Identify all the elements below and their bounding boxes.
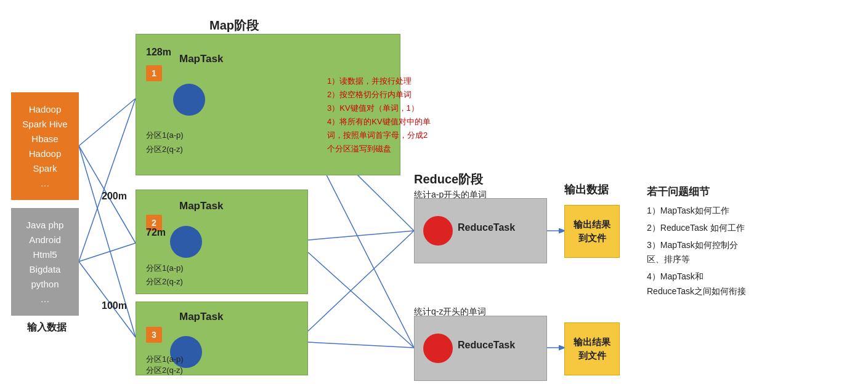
annotation-text: 1）读数据，并按行处理 2）按空格切分行内单词 3）KV键值对（单词，1） 4）… bbox=[327, 74, 530, 156]
svg-line-9 bbox=[308, 252, 414, 348]
anno-1: 1）读数据，并按行处理 bbox=[327, 74, 530, 88]
notes-section: 若干问题细节 1）MapTask如何工作 2）ReduceTask 如何工作 3… bbox=[647, 185, 856, 302]
blue-circle-2 bbox=[170, 226, 202, 258]
partition2-1: 分区2(q-z) bbox=[146, 144, 183, 155]
svg-line-0 bbox=[79, 98, 136, 146]
size-label-2b: 72m bbox=[146, 227, 166, 238]
svg-line-3 bbox=[79, 98, 136, 262]
partition2-2: 分区2(q-z) bbox=[146, 276, 183, 287]
map-stage-title: Map阶段 bbox=[209, 17, 259, 34]
reducetask-text-1: ReduceTask bbox=[458, 222, 515, 233]
output-text-2: 输出结果到文件 bbox=[574, 335, 610, 363]
size-label-1: 128m bbox=[146, 47, 171, 58]
anno-3: 3）KV键值对（单词，1） bbox=[327, 102, 530, 115]
input-orange-content: Hadoop Spark Hive Hbase Hadoop Spark … bbox=[22, 102, 67, 191]
anno-4: 4）将所有的KV键值对中的单词，按照单词首字母，分成2个分区溢写到磁盘 bbox=[327, 115, 530, 156]
badge-3: 3 bbox=[146, 327, 162, 343]
svg-line-4 bbox=[79, 243, 136, 262]
diagram-container: Map阶段 Hadoop Spark Hive Hbase Hadoop Spa… bbox=[0, 0, 868, 384]
size-label-100m: 100m bbox=[102, 300, 127, 311]
input-box-gray: Java php Android Html5 Bigdata python … bbox=[11, 208, 79, 316]
notes-title: 若干问题细节 bbox=[647, 185, 856, 199]
maptask-label-1: MapTask bbox=[179, 53, 224, 65]
svg-line-10 bbox=[308, 231, 414, 331]
size-label-200m: 200m bbox=[102, 191, 127, 202]
input-data-label: 输入数据 bbox=[27, 321, 67, 334]
notes-item-1: 1）MapTask如何工作 bbox=[647, 204, 856, 218]
partition1-1: 分区1(a-p) bbox=[146, 130, 184, 141]
maptask-box-1: 1 MapTask 128m 分区1(a-p) 分区2(q-z) 1）读数据，并… bbox=[136, 34, 400, 175]
maptask-box-2: 2 MapTask 72m 分区1(a-p) 分区2(q-z) bbox=[136, 190, 308, 294]
partition1-2: 分区1(a-p) bbox=[146, 263, 184, 274]
reducetask-box-2: ReduceTask bbox=[414, 316, 547, 381]
maptask-label-3: MapTask bbox=[179, 311, 224, 323]
reducetask-box-1: ReduceTask bbox=[414, 198, 547, 263]
reducetask-text-2: ReduceTask bbox=[458, 340, 515, 351]
output-box-2: 输出结果到文件 bbox=[564, 322, 620, 375]
red-circle-2 bbox=[423, 334, 453, 363]
input-box-orange: Hadoop Spark Hive Hbase Hadoop Spark … bbox=[11, 92, 79, 200]
svg-line-8 bbox=[308, 231, 414, 240]
badge-1: 1 bbox=[146, 65, 162, 81]
notes-item-3: 3）MapTask如何控制分区、排序等 bbox=[647, 238, 856, 268]
output-text-1: 输出结果到文件 bbox=[574, 218, 610, 246]
partition1-3: 分区1(a-p) bbox=[146, 354, 184, 365]
notes-item-2: 2）ReduceTask 如何工作 bbox=[647, 221, 856, 236]
svg-line-5 bbox=[79, 262, 136, 337]
partition2-3: 分区2(q-z) bbox=[146, 365, 183, 376]
svg-line-11 bbox=[308, 342, 414, 348]
output-header: 输出数据 bbox=[564, 182, 609, 197]
input-gray-content: Java php Android Html5 Bigdata python … bbox=[26, 218, 64, 306]
blue-circle-1 bbox=[173, 84, 205, 116]
maptask-box-3: 3 MapTask 分区1(a-p) 分区2(q-z) bbox=[136, 302, 308, 375]
output-box-1: 输出结果到文件 bbox=[564, 205, 620, 258]
reduce-stage-title: Reduce阶段 bbox=[414, 171, 483, 188]
notes-item-4: 4）MapTask和ReduceTask之间如何衔接 bbox=[647, 270, 856, 299]
maptask-label-2: MapTask bbox=[179, 200, 224, 212]
red-circle-1 bbox=[423, 216, 453, 246]
anno-2: 2）按空格切分行内单词 bbox=[327, 88, 530, 102]
